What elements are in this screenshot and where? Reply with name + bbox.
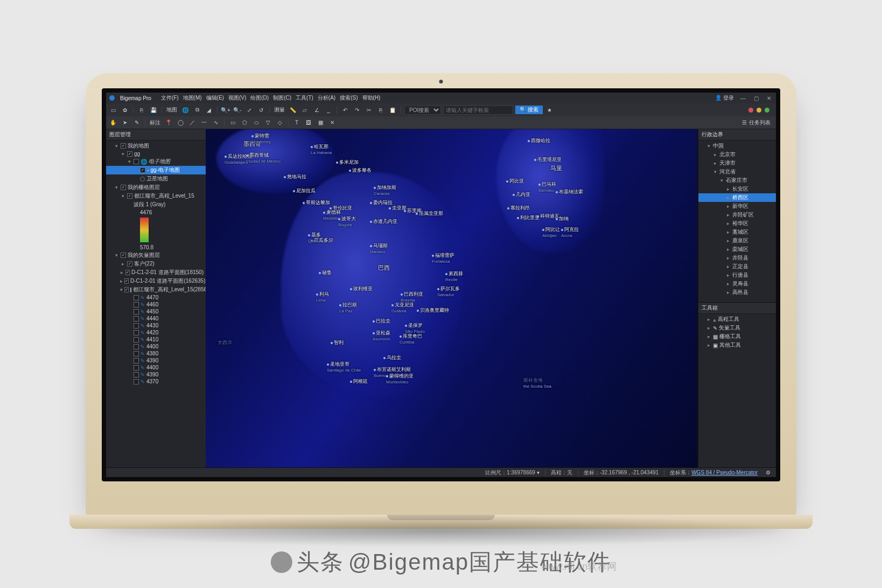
geo-icon[interactable]: ◢ [204, 105, 214, 115]
admin-item-16[interactable]: ▸灵寿县 [698, 279, 776, 288]
cross-icon[interactable]: ✕ [327, 118, 337, 128]
admin-item-3[interactable]: ▾河北省 [698, 167, 776, 176]
tree-item-djy15[interactable]: ▾✓都江堰市_高程_Level_15 [106, 192, 206, 200]
tree-item-v4470[interactable]: ✎4470 [106, 294, 206, 301]
tree-item-v4410[interactable]: ✎4410 [106, 336, 206, 343]
angle-icon[interactable]: ∠ [312, 105, 321, 115]
polygon-icon[interactable]: ⬠ [240, 118, 249, 128]
gear-icon[interactable]: ✿ [120, 105, 130, 115]
admin-item-11[interactable]: ▸鹿泉区 [698, 236, 776, 245]
diamond-icon[interactable]: ◇ [275, 118, 285, 128]
admin-item-0[interactable]: ▾中国 [698, 142, 776, 150]
search-input[interactable] [443, 106, 513, 115]
pointer-icon[interactable]: ▭ [108, 105, 118, 115]
rect-icon[interactable]: ▭ [228, 118, 237, 128]
menu-item[interactable]: 文件(F) [161, 95, 179, 101]
admin-item-10[interactable]: ▸藁城区 [698, 228, 776, 236]
settings-icon[interactable]: ⚙ [763, 468, 773, 478]
tree-item-my_vector[interactable]: ▾✓我的矢量图层 [106, 251, 206, 260]
zoom-in-icon[interactable]: 🔍+ [221, 105, 230, 115]
tree-item-v4420[interactable]: ✎4420 [106, 329, 206, 336]
tree-item-gg[interactable]: ▾✓gg [106, 150, 206, 157]
admin-item-15[interactable]: ▸行唐县 [698, 271, 776, 279]
tree-item-v4440[interactable]: ✎4440 [106, 315, 206, 322]
map-canvas[interactable]: 墨西哥蒙特雷Monterrey瓜达拉哈拉Guadalajara墨西哥城Ciuda… [206, 129, 698, 467]
menu-item[interactable]: 地图(M) [183, 95, 202, 101]
circle-icon[interactable]: ◯ [176, 118, 185, 128]
layer-tree[interactable]: ▾✓我的地图▾✓gg▾🌐电子地图✓▫gg-电子地图卫星地图▾✓我的栅格图层▾✓都… [106, 141, 206, 467]
search-button[interactable]: 🔍 搜索 [515, 106, 543, 114]
tree-item-dc1[interactable]: ▸✓D-C1-2-01 道路平面图(18150) [106, 268, 206, 277]
select-icon[interactable]: ➤ [120, 118, 130, 128]
tree-item-v4390b[interactable]: ✎4390 [106, 371, 206, 378]
admin-item-14[interactable]: ▸正定县 [698, 262, 776, 271]
admin-item-2[interactable]: ▸天津市 [698, 159, 776, 167]
zoom-prev-icon[interactable]: ↺ [256, 105, 266, 115]
menu-item[interactable]: 绘图(D) [250, 95, 269, 101]
toolbox-item-2[interactable]: ▸▦栅格工具 [698, 332, 776, 341]
tree-item-v4370[interactable]: ✎4370 [106, 378, 206, 385]
path-icon[interactable]: ⎯ [324, 105, 333, 115]
globe-icon[interactable]: 🌐 [180, 105, 190, 115]
toolbox-tree[interactable]: ▸⟁高程工具▸✎矢量工具▸▦栅格工具▸▣其他工具 [698, 314, 776, 351]
toolbox-item-3[interactable]: ▸▣其他工具 [698, 341, 776, 349]
admin-item-9[interactable]: ▸裕华区 [698, 219, 776, 228]
toolbox-item-1[interactable]: ▸✎矢量工具 [698, 324, 776, 332]
undo-icon[interactable]: ↶ [340, 105, 350, 115]
line-icon[interactable]: ／ [187, 118, 197, 128]
tree-item-gray[interactable]: 波段 1 (Gray) [106, 200, 206, 209]
curve-icon[interactable]: ∿ [211, 118, 221, 128]
tree-item-weixing[interactable]: 卫星地图 [106, 174, 206, 183]
redo-icon[interactable]: ↷ [352, 105, 362, 115]
menu-item[interactable]: 帮助(H) [362, 95, 381, 101]
pin-icon[interactable]: 📍 [164, 118, 173, 128]
copy-icon[interactable]: ⎘ [376, 105, 386, 115]
menu-item[interactable]: 视图(V) [228, 95, 246, 101]
edit-icon[interactable]: ✎ [132, 118, 142, 128]
tree-item-dianzi[interactable]: ▾🌐电子地图 [106, 157, 206, 166]
tree-item-v4460[interactable]: ✎4460 [106, 301, 206, 308]
menu-item[interactable]: 制图(C) [273, 95, 291, 101]
layers-icon[interactable]: ⧉ [192, 105, 202, 115]
tree-item-my_map[interactable]: ▾✓我的地图 [106, 142, 206, 150]
tree-item-ramp[interactable] [106, 216, 206, 244]
ellipse-icon[interactable]: ⬭ [251, 118, 261, 128]
tree-item-dc2[interactable]: ▸✓D-C1-2-01 道路平面图(162635) [106, 277, 206, 285]
admin-item-6[interactable]: ▸桥西区 [698, 193, 776, 202]
tree-item-v4400b[interactable]: ✎4400 [106, 364, 206, 371]
admin-tree[interactable]: ▾中国▸北京市▸天津市▾河北省▾石家庄市▸长安区▸桥西区▸新华区▸井陉矿区▸裕华… [698, 141, 776, 302]
tree-item-v4380[interactable]: ✎4380 [106, 350, 206, 357]
ruler-icon[interactable]: 📏 [288, 105, 298, 115]
admin-item-17[interactable]: ▸高邑县 [698, 288, 776, 297]
image-icon[interactable]: 🖼 [304, 118, 313, 128]
zoom-out-icon[interactable]: 🔍- [233, 105, 242, 115]
search-type-select[interactable]: POI搜索 [404, 106, 441, 115]
tree-item-ramp_lo[interactable]: 570.8 [106, 244, 206, 251]
minimize-button[interactable]: — [739, 95, 747, 101]
text-icon[interactable]: T [292, 118, 302, 128]
menu-item[interactable]: 分析(A) [318, 95, 335, 101]
admin-item-4[interactable]: ▾石家庄市 [698, 176, 776, 185]
admin-item-7[interactable]: ▸新华区 [698, 202, 776, 211]
admin-item-1[interactable]: ▸北京市 [698, 150, 776, 159]
admin-item-5[interactable]: ▸长安区 [698, 185, 776, 193]
hand-icon[interactable]: ✋ [108, 118, 118, 128]
maximize-button[interactable]: ▢ [752, 95, 760, 101]
tree-item-v4450[interactable]: ✎4450 [106, 308, 206, 315]
polyline-icon[interactable]: 〰 [199, 118, 209, 128]
zoom-extent-icon[interactable]: ⤢ [244, 105, 254, 115]
grid-icon[interactable]: ▦ [316, 118, 325, 128]
menu-item[interactable]: 搜索(S) [340, 95, 358, 101]
admin-item-12[interactable]: ▸栾城区 [698, 245, 776, 254]
crs-link[interactable]: WGS 84 / Pseudo-Mercator [691, 470, 758, 475]
star-icon[interactable]: ★ [545, 105, 555, 115]
cut-icon[interactable]: ✂ [364, 105, 374, 115]
save-icon[interactable]: 💾 [149, 105, 158, 115]
tree-item-ramp_hi[interactable]: 4476 [106, 209, 206, 216]
tree-item-v4390[interactable]: ✎4390 [106, 357, 206, 364]
tree-item-v4430[interactable]: ✎4430 [106, 322, 206, 329]
area-icon[interactable]: ▱ [300, 105, 310, 115]
tree-item-kehu[interactable]: ▸✓客户(22) [106, 260, 206, 268]
admin-item-13[interactable]: ▸井陉县 [698, 254, 776, 262]
toolbox-item-0[interactable]: ▸⟁高程工具 [698, 315, 776, 324]
